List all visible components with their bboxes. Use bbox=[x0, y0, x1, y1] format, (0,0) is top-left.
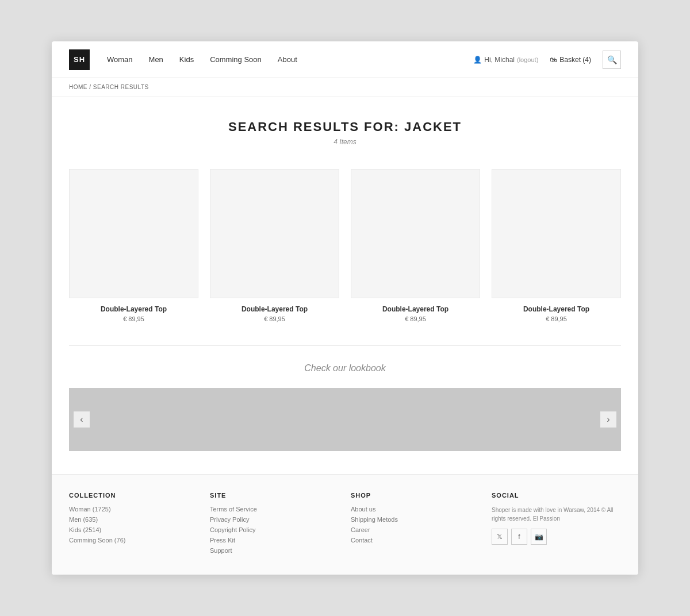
footer-collection-comming[interactable]: Comming Soon (76) bbox=[69, 537, 198, 544]
product-name-3: Double-Layered Top bbox=[351, 305, 480, 313]
footer-site-tos[interactable]: Terms of Service bbox=[210, 506, 339, 513]
product-card-4[interactable]: Double-Layered Top € 89,95 bbox=[492, 169, 621, 322]
product-price-1: € 89,95 bbox=[69, 315, 198, 322]
footer-site-title: SITE bbox=[210, 492, 339, 499]
carousel-prev-button[interactable]: ‹ bbox=[74, 411, 90, 428]
product-price-3: € 89,95 bbox=[351, 315, 480, 322]
breadcrumb-current: SEARCH RESULTS bbox=[93, 84, 149, 90]
footer-collection-men[interactable]: Men (635) bbox=[69, 516, 198, 523]
twitter-icon[interactable]: 𝕏 bbox=[492, 529, 508, 545]
main-nav: Woman Men Kids Comming Soon About bbox=[107, 55, 473, 64]
search-label: SEARCH RESULTS FOR: bbox=[228, 120, 400, 134]
product-name-2: Double-Layered Top bbox=[210, 305, 339, 313]
search-button[interactable]: 🔍 bbox=[603, 51, 621, 69]
product-card-3[interactable]: Double-Layered Top € 89,95 bbox=[351, 169, 480, 322]
product-price-4: € 89,95 bbox=[492, 315, 621, 322]
footer-site-privacy[interactable]: Privacy Policy bbox=[210, 516, 339, 523]
lookbook-title: Check our lookbook bbox=[52, 363, 638, 374]
basket-button[interactable]: Basket (4) bbox=[550, 56, 591, 64]
footer-shop: SHOP About us Shipping Metods Career Con… bbox=[351, 492, 480, 557]
footer-site-support[interactable]: Support bbox=[210, 547, 339, 554]
social-icons: 𝕏 f 📷 bbox=[492, 529, 621, 545]
lookbook-section: Check our lookbook bbox=[52, 346, 638, 379]
footer-collection-title: COLLECTION bbox=[69, 492, 198, 499]
breadcrumb: HOME / SEARCH RESULTS bbox=[52, 78, 638, 97]
nav-about[interactable]: About bbox=[278, 55, 297, 64]
product-name-4: Double-Layered Top bbox=[492, 305, 621, 313]
product-image-3 bbox=[351, 169, 480, 298]
nav-comming-soon[interactable]: Comming Soon bbox=[210, 55, 262, 64]
instagram-icon[interactable]: 📷 bbox=[531, 529, 547, 545]
footer-shop-contact[interactable]: Contact bbox=[351, 537, 480, 544]
browser-frame: SH Woman Men Kids Comming Soon About Hi,… bbox=[52, 41, 638, 575]
user-icon bbox=[473, 56, 482, 64]
footer: COLLECTION Woman (1725) Men (635) Kids (… bbox=[52, 474, 638, 575]
nav-men[interactable]: Men bbox=[149, 55, 163, 64]
carousel: ‹ › bbox=[69, 388, 621, 451]
footer-collection-woman[interactable]: Woman (1725) bbox=[69, 506, 198, 513]
footer-site: SITE Terms of Service Privacy Policy Cop… bbox=[210, 492, 339, 557]
product-card-2[interactable]: Double-Layered Top € 89,95 bbox=[210, 169, 339, 322]
nav-kids[interactable]: Kids bbox=[179, 55, 194, 64]
basket-icon bbox=[550, 56, 557, 64]
footer-social-text: Shoper is made with love in Warsaw, 2014… bbox=[492, 506, 621, 523]
search-results-header: SEARCH RESULTS FOR: JACKET 4 Items bbox=[52, 97, 638, 157]
product-price-2: € 89,95 bbox=[210, 315, 339, 322]
items-count: 4 Items bbox=[69, 138, 621, 146]
product-image-2 bbox=[210, 169, 339, 298]
logout-link[interactable]: (logout) bbox=[517, 56, 538, 63]
nav-woman[interactable]: Woman bbox=[107, 55, 133, 64]
logo[interactable]: SH bbox=[69, 49, 90, 70]
footer-collection-kids[interactable]: Kids (2514) bbox=[69, 526, 198, 533]
product-card-1[interactable]: Double-Layered Top € 89,95 bbox=[69, 169, 198, 322]
user-info: Hi, Michal (logout) bbox=[473, 56, 538, 64]
header-right: Hi, Michal (logout) Basket (4) 🔍 bbox=[473, 51, 621, 69]
footer-site-copyright[interactable]: Copyright Policy bbox=[210, 526, 339, 533]
basket-label: Basket (4) bbox=[559, 56, 591, 64]
footer-shop-about[interactable]: About us bbox=[351, 506, 480, 513]
footer-site-press[interactable]: Press Kit bbox=[210, 537, 339, 544]
header: SH Woman Men Kids Comming Soon About Hi,… bbox=[52, 41, 638, 78]
breadcrumb-home[interactable]: HOME bbox=[69, 84, 87, 90]
footer-shop-career[interactable]: Career bbox=[351, 526, 480, 533]
footer-social: SOCIAL Shoper is made with love in Warsa… bbox=[492, 492, 621, 557]
product-name-1: Double-Layered Top bbox=[69, 305, 198, 313]
carousel-next-button[interactable]: › bbox=[600, 411, 616, 428]
footer-social-title: SOCIAL bbox=[492, 492, 621, 499]
footer-shop-title: SHOP bbox=[351, 492, 480, 499]
product-image-4 bbox=[492, 169, 621, 298]
footer-collection: COLLECTION Woman (1725) Men (635) Kids (… bbox=[69, 492, 198, 557]
search-query-text: JACKET bbox=[404, 120, 462, 134]
search-title: SEARCH RESULTS FOR: JACKET bbox=[69, 120, 621, 134]
footer-shop-shipping[interactable]: Shipping Metods bbox=[351, 516, 480, 523]
user-greeting: Hi, Michal bbox=[484, 56, 515, 64]
product-image-1 bbox=[69, 169, 198, 298]
facebook-icon[interactable]: f bbox=[511, 529, 527, 545]
products-grid: Double-Layered Top € 89,95 Double-Layere… bbox=[52, 157, 638, 345]
